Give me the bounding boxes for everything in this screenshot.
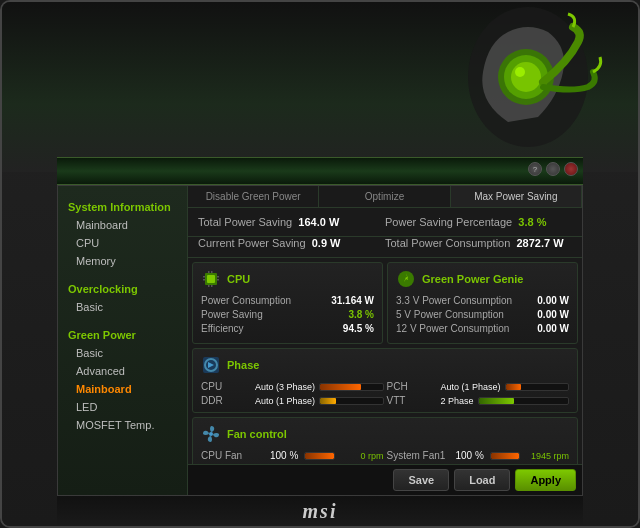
phase-vtt-row: VTT 2 Phase <box>387 395 570 406</box>
power-saving-pct-label: Power Saving Percentage <box>385 216 512 228</box>
minimize-button[interactable] <box>546 162 560 176</box>
header-area <box>2 2 638 172</box>
sidebar-item-cpu[interactable]: CPU <box>58 234 187 252</box>
phase-pch-value: Auto (1 Phase) <box>441 382 501 392</box>
help-button[interactable]: ? <box>528 162 542 176</box>
fan-cpu-row: CPU Fan 100 % 0 rpm <box>201 450 384 461</box>
fan-cpu-pct: 100 % <box>270 450 300 461</box>
close-button[interactable] <box>564 162 578 176</box>
fan-icon <box>201 424 221 444</box>
cpu-panel-title: CPU <box>227 273 250 285</box>
title-bar: Control Center <box>57 157 583 185</box>
window-controls: ? <box>528 162 578 176</box>
fan-header: Fan control <box>201 424 569 444</box>
phase-vtt-fill <box>479 398 515 404</box>
phase-vtt-value: 2 Phase <box>441 396 474 406</box>
fan-sys1-progress <box>490 452 521 460</box>
svg-rect-6 <box>207 275 215 283</box>
load-button[interactable]: Load <box>454 469 510 491</box>
phase-cpu-value: Auto (3 Phase) <box>255 382 315 392</box>
fan-panel-title: Fan control <box>227 428 287 440</box>
phase-panel-title: Phase <box>227 359 259 371</box>
total-power-consumption: Total Power Consumption 2872.7 W <box>385 237 572 249</box>
msi-logo-bar: msi <box>57 496 583 526</box>
fan-sys1-fill <box>491 453 520 459</box>
total-power-consumption-value: 2872.7 W <box>516 237 563 249</box>
tab-disable-green-power[interactable]: Disable Green Power <box>188 186 319 207</box>
main-layout: System Information Mainboard CPU Memory … <box>57 185 583 496</box>
cpu-panel-header: CPU <box>201 269 374 289</box>
svg-rect-7 <box>203 276 205 278</box>
phase-cpu-fill <box>320 384 361 390</box>
phase-panel-wrapper: Phase CPU Auto (3 Phase) <box>192 348 578 413</box>
fan-sys1-row: System Fan1 100 % 1945 rpm <box>387 450 570 461</box>
svg-point-4 <box>515 67 525 77</box>
sidebar-section-overclocking: Overclocking <box>58 278 187 298</box>
cpu-panel: CPU Power Consumption 31.164 W Power Sav… <box>192 262 383 344</box>
phase-pch-label: PCH <box>387 381 437 392</box>
fan-panel: Fan control CPU Fan 100 % <box>192 417 578 464</box>
sidebar-item-mainboard[interactable]: Mainboard <box>58 216 187 234</box>
svg-point-18 <box>209 432 213 436</box>
sidebar-item-advanced[interactable]: Advanced <box>58 362 187 380</box>
fan-panel-wrapper: Fan control CPU Fan 100 % <box>192 417 578 464</box>
fan-cpu-rpm: 0 rpm <box>339 451 384 461</box>
sidebar-item-basic-oc[interactable]: Basic <box>58 298 187 316</box>
cpu-efficiency-value: 94.5 % <box>343 323 374 334</box>
v33-label: 3.3 V Power Consumption <box>396 295 512 306</box>
green-power-panel: Green Power Genie 3.3 V Power Consumptio… <box>387 262 578 344</box>
sidebar-item-mosfet[interactable]: MOSFET Temp. <box>58 416 187 434</box>
v12-row: 12 V Power Consumption 0.00 W <box>396 323 569 334</box>
fan-col-right: System Fan1 100 % 1945 rpm System Fan3 <box>387 450 570 464</box>
save-button[interactable]: Save <box>393 469 449 491</box>
phase-cpu-progress <box>319 383 383 391</box>
tab-optimize[interactable]: Optimize <box>319 186 450 207</box>
apply-button[interactable]: Apply <box>515 469 576 491</box>
power-saving-pct: Power Saving Percentage 3.8 % <box>385 216 572 228</box>
phase-pch-fill <box>506 384 522 390</box>
cpu-efficiency-row: Efficiency 94.5 % <box>201 323 374 334</box>
phase-grid: CPU Auto (3 Phase) PCH Auto (1 Phase) <box>201 381 569 406</box>
logo-creature <box>448 2 608 152</box>
svg-rect-8 <box>203 279 205 281</box>
cpu-efficiency-label: Efficiency <box>201 323 244 334</box>
fan-cpu-fill <box>305 453 334 459</box>
svg-rect-10 <box>217 279 219 281</box>
phase-vtt-progress <box>478 397 569 405</box>
phase-ddr-value: Auto (1 Phase) <box>255 396 315 406</box>
phase-header: Phase <box>201 355 569 375</box>
panels-area: CPU Power Consumption 31.164 W Power Sav… <box>188 258 582 464</box>
fan-cpu-progress <box>304 452 335 460</box>
v5-value: 0.00 W <box>537 309 569 320</box>
top-panels-row: CPU Power Consumption 31.164 W Power Sav… <box>192 262 578 344</box>
svg-rect-13 <box>208 285 210 287</box>
cpu-power-consumption-row: Power Consumption 31.164 W <box>201 295 374 306</box>
total-power-saving: Total Power Saving 164.0 W <box>198 216 385 228</box>
green-power-icon <box>396 269 416 289</box>
v33-value: 0.00 W <box>537 295 569 306</box>
current-power-saving: Current Power Saving 0.9 W <box>198 237 385 249</box>
fan-grid: CPU Fan 100 % 0 rpm System Fan2 100 <box>201 450 569 464</box>
sidebar-section-system-info: System Information <box>58 196 187 216</box>
sidebar-item-memory[interactable]: Memory <box>58 252 187 270</box>
svg-rect-11 <box>208 271 210 273</box>
total-power-saving-value: 164.0 W <box>298 216 339 228</box>
fan-sys1-pct: 100 % <box>456 450 486 461</box>
cpu-power-consumption-label: Power Consumption <box>201 295 291 306</box>
stats-row: Total Power Saving 164.0 W Power Saving … <box>188 208 582 237</box>
sidebar-item-basic-gp[interactable]: Basic <box>58 344 187 362</box>
fan-sys1-label: System Fan1 <box>387 450 452 461</box>
sidebar-item-led[interactable]: LED <box>58 398 187 416</box>
tab-max-power-saving[interactable]: Max Power Saving <box>451 186 582 207</box>
v5-row: 5 V Power Consumption 0.00 W <box>396 309 569 320</box>
cpu-icon <box>201 269 221 289</box>
cpu-power-saving-label: Power Saving <box>201 309 263 320</box>
v5-label: 5 V Power Consumption <box>396 309 504 320</box>
cpu-power-saving-row: Power Saving 3.8 % <box>201 309 374 320</box>
msi-logo: msi <box>303 500 338 523</box>
phase-ddr-row: DDR Auto (1 Phase) <box>201 395 384 406</box>
sidebar-item-mainboard-gp[interactable]: Mainboard <box>58 380 187 398</box>
phase-vtt-label: VTT <box>387 395 437 406</box>
phase-pch-row: PCH Auto (1 Phase) <box>387 381 570 392</box>
phase-ddr-fill <box>320 398 336 404</box>
